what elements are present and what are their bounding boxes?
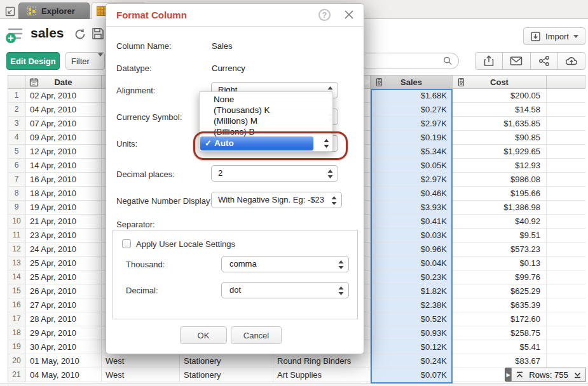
row-number-cell[interactable]: 6 — [8, 159, 25, 173]
locale-settings-checkbox[interactable] — [122, 239, 131, 248]
cell-sales[interactable]: $0.41K — [371, 215, 453, 229]
row-number-cell[interactable]: 12 — [8, 243, 25, 256]
cell-date[interactable]: 24 Apr, 2010 — [25, 243, 102, 256]
save-icon[interactable] — [92, 27, 104, 40]
cell-date[interactable]: 21 Apr, 2010 — [25, 215, 102, 229]
cell-empty[interactable] — [547, 243, 585, 256]
help-icon[interactable]: ? — [318, 9, 331, 21]
refresh-icon[interactable] — [74, 28, 86, 41]
cell-date[interactable]: 18 Apr, 2010 — [25, 187, 102, 201]
rows-widget-collapse-handle[interactable]: ▶ — [505, 368, 511, 382]
cell-date[interactable]: 30 Apr, 2010 — [25, 340, 102, 354]
cell-empty[interactable] — [547, 103, 585, 117]
row-number-cell[interactable]: 2 — [8, 103, 25, 117]
cell-cost[interactable]: $12.93 — [453, 159, 547, 173]
cell-sales[interactable]: $0.93K — [371, 326, 453, 340]
cell-cost[interactable]: $573.23 — [453, 243, 547, 256]
cell-sales[interactable]: $0.03K — [371, 229, 453, 243]
cell-empty[interactable] — [547, 229, 585, 243]
cell-cost[interactable]: $200.05 — [453, 89, 547, 103]
scroll-to-top-icon[interactable] — [516, 371, 524, 379]
tab-explorer[interactable]: Explorer — [18, 3, 90, 19]
cell-product[interactable]: Round Ring Binders — [273, 354, 371, 368]
cell-sales[interactable]: $0.24K — [371, 354, 453, 368]
cell-empty[interactable] — [547, 256, 585, 270]
cell-date[interactable]: 25 Apr, 2010 — [25, 270, 102, 284]
cell-cost[interactable]: $9.51 — [453, 229, 547, 243]
cell-empty[interactable] — [547, 117, 585, 131]
cell-date[interactable]: 29 Apr, 2010 — [25, 326, 102, 340]
cell-cost[interactable]: $0.13 — [453, 256, 547, 270]
cell-empty[interactable] — [547, 215, 585, 229]
decimal-select[interactable]: dot — [221, 282, 349, 298]
cell-region[interactable]: West — [102, 354, 180, 368]
row-number-cell[interactable]: 5 — [8, 145, 25, 159]
header-empty[interactable] — [547, 75, 585, 89]
row-number-cell[interactable]: 9 — [8, 201, 25, 215]
export-button[interactable] — [475, 53, 503, 69]
row-number-cell[interactable]: 16 — [8, 298, 25, 312]
cell-sales[interactable]: $2.38K — [371, 298, 453, 312]
cell-sales[interactable]: $0.27K — [371, 103, 453, 117]
cell-category[interactable]: Stationery — [180, 354, 273, 368]
share-button[interactable] — [531, 53, 558, 69]
cell-date[interactable]: 14 Apr, 2010 — [25, 159, 102, 173]
cell-empty[interactable] — [547, 187, 585, 201]
cell-date[interactable]: 04 May, 2010 — [25, 368, 102, 382]
cell-date[interactable]: 25 Apr, 2010 — [25, 256, 102, 270]
cell-date[interactable]: 26 Apr, 2010 — [25, 284, 102, 298]
cell-sales[interactable]: $2.97K — [371, 117, 453, 131]
cell-sales[interactable]: $0.23K — [371, 270, 453, 284]
cell-empty[interactable] — [547, 298, 585, 312]
window-resize-icon[interactable] — [5, 6, 15, 17]
cell-empty[interactable] — [547, 270, 585, 284]
cell-empty[interactable] — [547, 354, 585, 368]
row-number-cell[interactable]: 20 — [8, 354, 25, 368]
cloud-upload-button[interactable] — [558, 53, 585, 69]
row-number-cell[interactable]: 4 — [8, 131, 25, 145]
cell-cost[interactable]: $1,929.65 — [453, 145, 547, 159]
row-number-cell[interactable]: 14 — [8, 270, 25, 284]
row-number-cell[interactable]: 18 — [8, 326, 25, 340]
cell-cost[interactable]: $99.76 — [453, 270, 547, 284]
cell-empty[interactable] — [547, 201, 585, 215]
cell-date[interactable]: 23 Apr, 2010 — [25, 229, 102, 243]
cell-empty[interactable] — [547, 89, 585, 103]
cell-date[interactable]: 28 Apr, 2010 — [25, 312, 102, 326]
row-number-cell[interactable]: 15 — [8, 284, 25, 298]
cell-date[interactable]: 01 May, 2010 — [25, 354, 102, 368]
cell-sales[interactable]: $0.52K — [371, 312, 453, 326]
cancel-button[interactable]: Cancel — [231, 326, 282, 344]
cell-sales[interactable]: $1.82K — [371, 284, 453, 298]
email-button[interactable] — [503, 53, 530, 69]
row-number-cell[interactable]: 21 — [8, 368, 25, 382]
filter-button[interactable]: Filter — [65, 52, 105, 70]
thousand-select[interactable]: comma — [221, 256, 349, 272]
cell-date[interactable]: 19 Apr, 2010 — [25, 201, 102, 215]
scroll-to-bottom-icon[interactable] — [573, 371, 582, 379]
cell-cost[interactable]: $172.60 — [453, 312, 547, 326]
cell-sales[interactable]: $0.19K — [371, 131, 453, 145]
cell-sales[interactable]: $0.05K — [371, 159, 453, 173]
cell-cost[interactable]: $40.92 — [453, 215, 547, 229]
ok-button[interactable]: OK — [180, 326, 227, 344]
cell-cost[interactable]: $986.08 — [453, 173, 547, 187]
units-option[interactable]: (Billions) B — [200, 127, 332, 137]
cell-cost[interactable]: $625.29 — [453, 284, 547, 298]
cell-empty[interactable] — [547, 159, 585, 173]
decimal-places-select[interactable]: 2 — [211, 165, 338, 182]
header-cost[interactable]: Cost — [453, 75, 547, 89]
cell-empty[interactable] — [547, 284, 585, 298]
cell-sales[interactable]: $0.04K — [371, 256, 453, 270]
cell-sales[interactable]: $0.07K — [371, 368, 453, 382]
cell-sales[interactable]: $1.68K — [371, 89, 453, 103]
cell-empty[interactable] — [547, 173, 585, 187]
row-number-cell[interactable]: 1 — [8, 89, 25, 103]
cell-empty[interactable] — [547, 131, 585, 145]
row-number-cell[interactable]: 19 — [8, 340, 25, 354]
units-option[interactable]: None — [200, 95, 332, 105]
negative-display-select[interactable]: With Negative Sign. Eg: -$23 — [211, 192, 342, 208]
cell-cost[interactable]: $14.58 — [453, 103, 547, 117]
cell-sales[interactable]: $0.96K — [371, 243, 453, 256]
horizontal-scrollbar[interactable] — [0, 383, 588, 386]
